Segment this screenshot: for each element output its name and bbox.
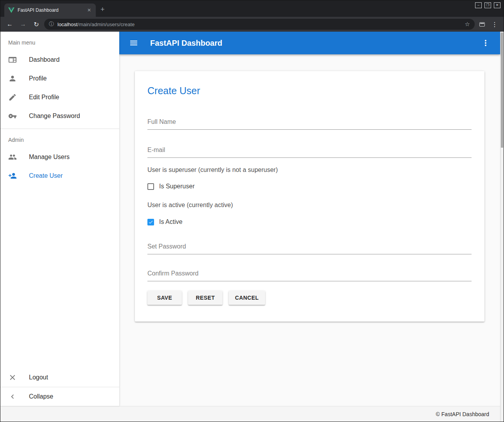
reset-button[interactable]: RESET (188, 291, 222, 305)
sidebar-item-change-password[interactable]: Change Password (0, 107, 119, 125)
person-icon (8, 74, 17, 83)
sidebar-item-label: Dashboard (29, 56, 59, 63)
site-info-icon[interactable]: ⓘ (49, 21, 54, 28)
sidebar-divider (0, 129, 119, 129)
browser-window: FastAPI Dashboard ✕ + – ❐ ✕ ← → ↻ ⓘ loca… (0, 0, 504, 422)
appbar-title: FastAPI Dashboard (150, 39, 222, 48)
page-content: Create User User is superuser (currently… (119, 54, 500, 406)
email-input[interactable] (147, 147, 472, 158)
minimize-button[interactable]: – (475, 2, 482, 8)
app-bar: FastAPI Dashboard (119, 32, 500, 54)
is-active-checkbox[interactable]: Is Active (147, 218, 183, 225)
checkbox-label: Is Superuser (159, 183, 195, 190)
checkbox-unchecked-icon (147, 183, 154, 190)
form-actions: SAVE RESET CANCEL (147, 291, 472, 305)
main-area: FastAPI Dashboard Create User (119, 32, 500, 406)
app-footer: © FastAPI Dashboard (0, 406, 500, 422)
confirm-password-input[interactable] (147, 270, 472, 281)
tab-close-icon[interactable]: ✕ (86, 7, 92, 13)
bookmark-star-icon[interactable]: ☆ (465, 21, 470, 28)
address-bar[interactable]: ⓘ localhost/main/admin/users/create ☆ (44, 19, 475, 30)
superuser-hint: User is superuser (currently is not a su… (147, 166, 472, 173)
group-icon (8, 153, 17, 161)
checkbox-label: Is Active (159, 218, 183, 225)
url-text[interactable]: localhost/main/admin/users/create (57, 21, 461, 27)
browser-tab[interactable]: FastAPI Dashboard ✕ (4, 4, 96, 17)
sidebar-item-edit-profile[interactable]: Edit Profile (0, 88, 119, 107)
active-hint: User is active (currently active) (147, 202, 472, 209)
sidebar-item-label: Manage Users (29, 154, 70, 161)
page-title: Create User (147, 85, 472, 97)
url-host: localhost (57, 21, 77, 27)
window-close-button[interactable]: ✕ (494, 2, 500, 8)
tab-title: FastAPI Dashboard (18, 7, 83, 13)
create-user-card: Create User User is superuser (currently… (135, 71, 484, 322)
url-path: /main/admin/users/create (77, 21, 135, 27)
close-icon (8, 373, 17, 382)
window-controls: – ❐ ✕ (475, 2, 500, 8)
sidebar-item-profile[interactable]: Profile (0, 69, 119, 88)
dashboard-icon (8, 55, 17, 64)
browser-profile-icon[interactable] (477, 19, 487, 29)
full-name-input[interactable] (147, 118, 472, 130)
maximize-button[interactable]: ❐ (484, 2, 491, 8)
sidebar-item-collapse[interactable]: Collapse (0, 387, 119, 406)
checkbox-checked-icon (147, 219, 154, 225)
key-icon (8, 112, 17, 120)
sidebar-header-admin: Admin (0, 132, 119, 148)
sidebar-item-label: Create User (29, 172, 63, 179)
email-field (147, 147, 472, 158)
browser-toolbar: ← → ↻ ⓘ localhost/main/admin/users/creat… (0, 17, 504, 32)
hamburger-menu-icon[interactable] (127, 36, 141, 50)
reload-button[interactable]: ↻ (31, 19, 42, 30)
confirm-password-field (147, 270, 472, 281)
person-add-icon (8, 172, 17, 180)
new-tab-button[interactable]: + (100, 5, 105, 14)
sidebar-item-label: Profile (29, 75, 47, 82)
set-password-input[interactable] (147, 243, 472, 254)
sidebar-item-manage-users[interactable]: Manage Users (0, 148, 119, 166)
is-superuser-checkbox[interactable]: Is Superuser (147, 183, 195, 190)
sidebar-item-dashboard[interactable]: Dashboard (0, 50, 119, 69)
back-button[interactable]: ← (4, 19, 15, 30)
chevron-left-icon (8, 392, 17, 401)
sidebar-item-label: Collapse (29, 393, 53, 400)
full-name-field (147, 118, 472, 130)
vue-logo-icon (8, 7, 14, 13)
scrollbar-thumb[interactable] (501, 32, 503, 148)
set-password-field (147, 243, 472, 254)
pencil-icon (8, 93, 17, 102)
save-button[interactable]: SAVE (147, 291, 182, 305)
page-scrollbar[interactable] (500, 32, 504, 422)
sidebar-item-label: Change Password (29, 113, 80, 120)
sidebar: Main menu Dashboard Profile (0, 32, 119, 406)
sidebar-item-label: Edit Profile (29, 94, 59, 101)
sidebar-item-label: Logout (29, 374, 48, 381)
browser-menu-icon[interactable]: ⋮ (490, 19, 500, 29)
sidebar-item-create-user[interactable]: Create User (0, 166, 119, 185)
more-vert-icon[interactable] (479, 36, 493, 50)
sidebar-header-main-menu: Main menu (0, 35, 119, 50)
cancel-button[interactable]: CANCEL (229, 291, 265, 305)
sidebar-item-logout[interactable]: Logout (0, 368, 119, 387)
copyright-text: © FastAPI Dashboard (436, 411, 489, 417)
forward-button[interactable]: → (18, 19, 29, 30)
tab-strip: FastAPI Dashboard ✕ + – ❐ ✕ (0, 0, 504, 17)
